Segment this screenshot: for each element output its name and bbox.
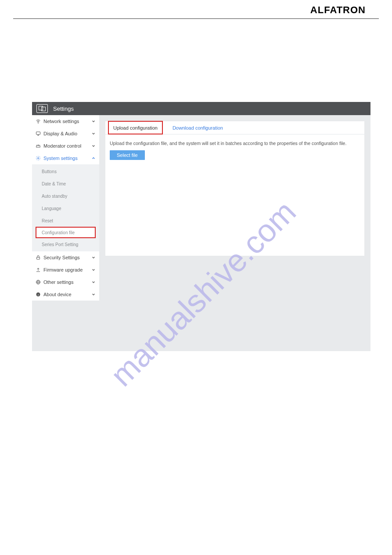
sidebar-item-label: About device bbox=[43, 292, 89, 297]
lock-icon bbox=[36, 255, 41, 260]
title-bar: Settings bbox=[32, 102, 370, 115]
globe-icon bbox=[36, 279, 41, 285]
svg-rect-1 bbox=[36, 132, 40, 134]
sidebar-item-label: System settings bbox=[43, 156, 89, 161]
sidebar-item-label: Other settings bbox=[43, 279, 89, 285]
sidebar-item-label: Moderator control bbox=[43, 143, 89, 149]
upload-icon bbox=[36, 267, 41, 272]
sidebar-item-label: Network settings bbox=[43, 119, 89, 124]
tab-upload[interactable]: Upload configuration bbox=[108, 121, 163, 134]
system-submenu: Buttons Date & Time Auto standby Languag… bbox=[32, 164, 99, 251]
wifi-icon bbox=[36, 119, 41, 124]
monitor-icon bbox=[36, 131, 41, 136]
sub-item-buttons[interactable]: Buttons bbox=[32, 165, 99, 178]
select-file-button[interactable]: Select file bbox=[110, 150, 145, 160]
sub-item-standby[interactable]: Auto standby bbox=[32, 190, 99, 202]
sub-item-reset[interactable]: Reset bbox=[32, 214, 99, 227]
sidebar-item-about[interactable]: i About device bbox=[32, 288, 99, 301]
sidebar-item-network[interactable]: Network settings bbox=[32, 115, 99, 127]
brand-logo: ALFATRON bbox=[310, 4, 366, 15]
app-icon bbox=[36, 104, 48, 113]
sub-item-datetime[interactable]: Date & Time bbox=[32, 178, 99, 190]
chevron-down-icon bbox=[91, 119, 96, 123]
crown-icon bbox=[36, 143, 41, 149]
tab-download[interactable]: Download configuration bbox=[167, 121, 228, 134]
info-icon: i bbox=[36, 292, 41, 297]
sub-item-config-file[interactable]: Configuration file bbox=[36, 227, 96, 238]
sidebar-item-moderator[interactable]: Moderator control bbox=[32, 140, 99, 152]
chevron-down-icon bbox=[91, 144, 96, 148]
upload-description: Upload the configuration file, and the s… bbox=[110, 141, 360, 146]
sidebar: Network settings Display & Audio Moder bbox=[32, 115, 99, 301]
sidebar-item-security[interactable]: Security Settings bbox=[32, 251, 99, 264]
chevron-down-icon bbox=[91, 280, 96, 284]
chevron-down-icon bbox=[91, 131, 96, 136]
tab-bar: Upload configuration Download configurat… bbox=[105, 121, 364, 134]
sidebar-item-label: Security Settings bbox=[43, 255, 89, 260]
svg-point-0 bbox=[38, 123, 39, 123]
sidebar-item-firmware[interactable]: Firmware upgrade bbox=[32, 264, 99, 276]
chevron-up-icon bbox=[91, 156, 96, 160]
svg-rect-5 bbox=[37, 258, 40, 260]
chevron-down-icon bbox=[91, 292, 96, 297]
sub-item-language[interactable]: Language bbox=[32, 202, 99, 214]
sub-item-serial-port[interactable]: Series Port Setting bbox=[32, 238, 99, 250]
chevron-down-icon bbox=[91, 268, 96, 272]
content-area: Upload configuration Download configurat… bbox=[99, 115, 370, 301]
chevron-down-icon bbox=[91, 255, 96, 260]
window-title: Settings bbox=[53, 105, 74, 112]
svg-point-4 bbox=[38, 158, 39, 159]
sidebar-item-label: Display & Audio bbox=[43, 131, 89, 136]
sidebar-item-display[interactable]: Display & Audio bbox=[32, 127, 99, 140]
svg-text:i: i bbox=[38, 293, 39, 297]
config-panel: Upload configuration Download configurat… bbox=[105, 121, 364, 256]
settings-window: Settings Network settings Display & Audi… bbox=[32, 102, 370, 351]
gear-icon bbox=[36, 156, 41, 161]
sidebar-item-system[interactable]: System settings bbox=[32, 152, 99, 164]
sidebar-item-label: Firmware upgrade bbox=[43, 267, 89, 272]
sidebar-item-other[interactable]: Other settings bbox=[32, 276, 99, 288]
